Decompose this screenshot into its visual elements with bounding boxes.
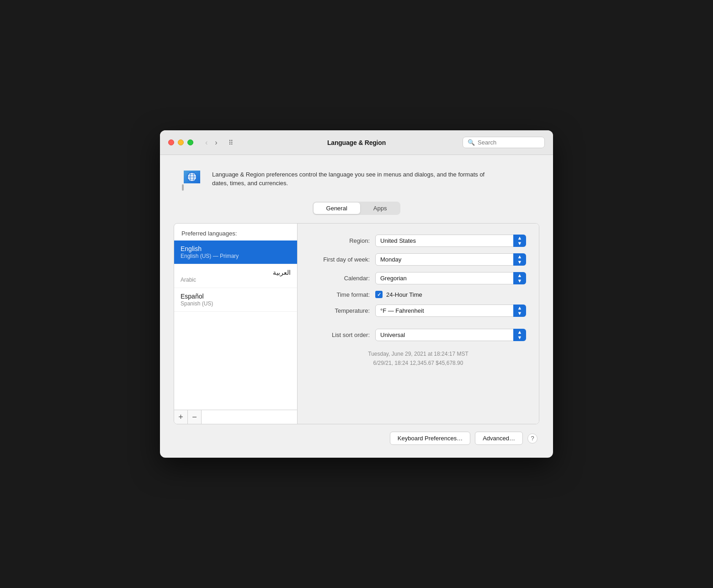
svg-rect-0 bbox=[182, 184, 184, 191]
settings-panel: Region: United States ▲ ▼ bbox=[298, 224, 539, 424]
first-day-control: Monday ▲ ▼ bbox=[375, 253, 526, 266]
tab-general[interactable]: General bbox=[314, 203, 360, 214]
time-format-checkbox-row: 24-Hour Time bbox=[375, 291, 526, 298]
close-button[interactable] bbox=[168, 139, 174, 145]
region-select-wrapper: United States ▲ ▼ bbox=[375, 235, 526, 247]
grid-icon[interactable]: ⠿ bbox=[229, 139, 233, 146]
window-title: Language & Region bbox=[327, 139, 386, 146]
calendar-select-wrapper: Gregorian ▲ ▼ bbox=[375, 272, 526, 284]
list-sort-row: List sort order: Universal ▲ ▼ bbox=[310, 329, 526, 341]
languages-panel: Preferred languages: English English (US… bbox=[174, 224, 298, 424]
globe-flag-svg bbox=[179, 167, 203, 191]
lang-buttons: + − bbox=[174, 410, 297, 424]
list-item[interactable]: Español Spanish (US) bbox=[174, 288, 297, 312]
language-name: English bbox=[181, 245, 291, 252]
calendar-select[interactable]: Gregorian bbox=[375, 272, 526, 284]
nav-buttons: ‹ › bbox=[202, 138, 220, 148]
tab-group: General Apps bbox=[313, 202, 401, 215]
flag-icon bbox=[178, 166, 204, 192]
maximize-button[interactable] bbox=[187, 139, 193, 145]
advanced-button[interactable]: Advanced… bbox=[475, 432, 523, 445]
keyboard-preferences-button[interactable]: Keyboard Preferences… bbox=[390, 432, 470, 445]
temperature-select[interactable]: °F — Fahrenheit bbox=[375, 305, 526, 317]
content-area: Language & Region preferences control th… bbox=[160, 155, 553, 458]
temperature-label: Temperature: bbox=[310, 307, 370, 314]
tab-apps[interactable]: Apps bbox=[361, 203, 400, 214]
spacer bbox=[310, 323, 526, 329]
list-sort-select-wrapper: Universal ▲ ▼ bbox=[375, 329, 526, 341]
region-select[interactable]: United States bbox=[375, 235, 526, 247]
search-icon: 🔍 bbox=[468, 139, 475, 146]
time-format-control: 24-Hour Time bbox=[375, 291, 526, 298]
list-sort-control: Universal ▲ ▼ bbox=[375, 329, 526, 341]
forward-button[interactable]: › bbox=[212, 138, 220, 148]
time-format-checkbox[interactable] bbox=[375, 291, 383, 298]
list-sort-select[interactable]: Universal bbox=[375, 329, 526, 341]
language-name: Español bbox=[181, 293, 291, 300]
add-language-button[interactable]: + bbox=[174, 410, 188, 424]
minimize-button[interactable] bbox=[178, 139, 184, 145]
titlebar: ‹ › ⠿ Language & Region 🔍 bbox=[160, 130, 553, 155]
time-format-checkbox-label: 24-Hour Time bbox=[386, 291, 422, 298]
main-window: ‹ › ⠿ Language & Region 🔍 bbox=[160, 130, 553, 458]
traffic-lights bbox=[168, 139, 193, 145]
language-sub: English (US) — Primary bbox=[181, 253, 291, 259]
first-day-label: First day of week: bbox=[310, 256, 370, 263]
language-name: العربية bbox=[181, 269, 291, 276]
first-day-select-wrapper: Monday ▲ ▼ bbox=[375, 253, 526, 266]
description-text: Language & Region preferences control th… bbox=[212, 170, 495, 188]
calendar-control: Gregorian ▲ ▼ bbox=[375, 272, 526, 284]
temperature-select-wrapper: °F — Fahrenheit ▲ ▼ bbox=[375, 305, 526, 317]
preview-line2: 6/29/21, 18:24 12,345.67 $45,678.90 bbox=[310, 358, 526, 368]
temperature-row: Temperature: °F — Fahrenheit ▲ ▼ bbox=[310, 305, 526, 317]
description-area: Language & Region preferences control th… bbox=[174, 166, 539, 192]
preview-text: Tuesday, June 29, 2021 at 18:24:17 MST 6… bbox=[310, 349, 526, 368]
list-item[interactable]: English English (US) — Primary bbox=[174, 241, 297, 264]
calendar-row: Calendar: Gregorian ▲ ▼ bbox=[310, 272, 526, 284]
remove-language-button[interactable]: − bbox=[188, 410, 202, 424]
language-sub: Spanish (US) bbox=[181, 300, 291, 307]
calendar-label: Calendar: bbox=[310, 275, 370, 282]
back-button[interactable]: ‹ bbox=[202, 138, 210, 148]
time-format-label: Time format: bbox=[310, 291, 370, 298]
preview-line1: Tuesday, June 29, 2021 at 18:24:17 MST bbox=[310, 349, 526, 358]
search-input[interactable] bbox=[478, 139, 540, 146]
bottom-bar: Keyboard Preferences… Advanced… ? bbox=[174, 424, 539, 445]
languages-list: English English (US) — Primary العربية A… bbox=[174, 241, 297, 410]
tabs-container: General Apps bbox=[174, 202, 539, 215]
region-control: United States ▲ ▼ bbox=[375, 235, 526, 247]
region-label: Region: bbox=[310, 237, 370, 244]
region-row: Region: United States ▲ ▼ bbox=[310, 235, 526, 247]
first-day-select[interactable]: Monday bbox=[375, 253, 526, 266]
search-box: 🔍 bbox=[463, 137, 545, 148]
temperature-control: °F — Fahrenheit ▲ ▼ bbox=[375, 305, 526, 317]
first-day-row: First day of week: Monday ▲ ▼ bbox=[310, 253, 526, 266]
list-item[interactable]: العربية Arabic bbox=[174, 264, 297, 288]
languages-label: Preferred languages: bbox=[174, 224, 297, 241]
main-panel: Preferred languages: English English (US… bbox=[174, 223, 539, 424]
help-button[interactable]: ? bbox=[527, 433, 537, 444]
time-format-row: Time format: 24-Hour Time bbox=[310, 291, 526, 298]
list-sort-label: List sort order: bbox=[310, 331, 370, 338]
language-sub: Arabic bbox=[181, 277, 291, 283]
